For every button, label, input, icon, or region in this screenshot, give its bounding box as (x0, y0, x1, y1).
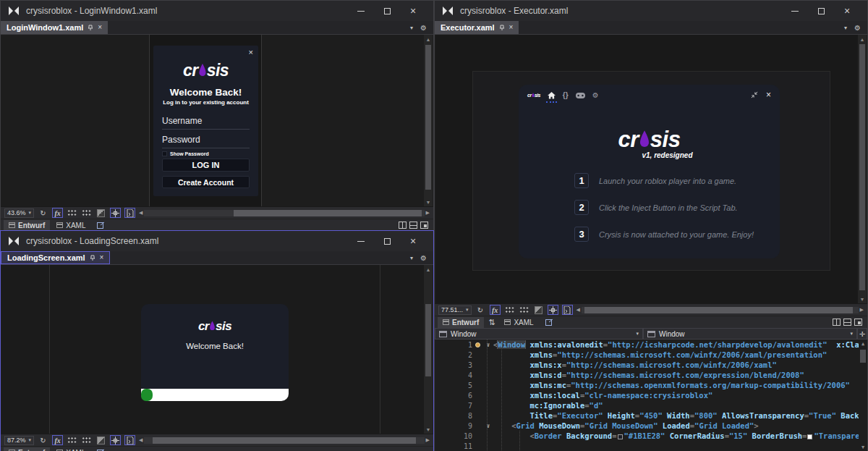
xaml-code-editor[interactable]: 1∨<Window xmlns:avalonedit="http://icsha… (435, 340, 867, 451)
tab-xaml-view[interactable]: XAML (51, 220, 90, 231)
tab-list-chevron-icon[interactable]: ▾ (410, 255, 413, 261)
artboard-background-button[interactable] (95, 435, 106, 445)
code-line[interactable]: 9∨<Grid MouseDown="Grid_MouseDown" Loade… (435, 421, 867, 431)
close-button[interactable]: × (834, 1, 860, 21)
horizontal-split-icon[interactable] (409, 222, 417, 229)
project-code-toggle-button[interactable] (124, 208, 135, 218)
snaplines-toggle-button[interactable] (548, 305, 558, 315)
tab-list-chevron-icon[interactable]: ▾ (844, 25, 847, 31)
tab-design-view[interactable]: Entwurf (4, 220, 50, 231)
snaplines-toggle-button[interactable] (110, 435, 121, 445)
pin-icon[interactable] (88, 25, 93, 31)
gear-icon[interactable]: ⚙ (854, 24, 861, 32)
snap-grid-button[interactable] (519, 305, 529, 315)
tab-list-chevron-icon[interactable]: ▾ (410, 25, 413, 31)
breadcrumb-design-element[interactable]: Window ▾ (435, 328, 643, 340)
scroll-right-icon[interactable]: ▶ (860, 307, 864, 313)
tab-close-icon[interactable]: × (509, 24, 514, 31)
project-code-toggle-button[interactable] (124, 435, 135, 445)
pin-icon[interactable] (499, 25, 505, 31)
scroll-left-icon[interactable]: ◀ (576, 307, 580, 313)
scroll-down-icon[interactable]: ▼ (426, 425, 431, 434)
project-code-toggle-button[interactable] (562, 305, 573, 315)
scroll-down-icon[interactable]: ▼ (426, 198, 431, 206)
gear-icon[interactable]: ⚙ (420, 24, 427, 32)
tab-design-view[interactable]: Entwurf (4, 447, 50, 451)
titlebar[interactable]: crysisroblox - Executor.xaml × (435, 1, 867, 21)
minimize-button[interactable] (782, 1, 808, 21)
breadcrumb-xaml-element[interactable]: Window ▾ (643, 328, 857, 340)
popout-editor-button[interactable] (92, 220, 110, 231)
zoom-select[interactable]: 87.2%▾ (4, 436, 34, 445)
design-horizontal-scrollbar[interactable]: ◀ ▶ (139, 208, 430, 218)
tab-close-icon[interactable]: × (100, 254, 104, 261)
zoom-select[interactable]: 77.51...▾ (438, 305, 472, 315)
tab-xaml-view[interactable]: XAML (51, 447, 90, 451)
code-line[interactable]: 2xmlns="http://schemas.microsoft.com/win… (435, 350, 867, 360)
maximize-button[interactable] (374, 232, 400, 251)
scroll-right-icon[interactable]: ▶ (426, 210, 430, 216)
scroll-up-icon[interactable]: ▲ (860, 35, 865, 43)
refresh-button[interactable]: ↻ (38, 435, 48, 445)
popout-editor-button[interactable] (540, 317, 558, 328)
design-vertical-scrollbar[interactable]: ▲ ▼ (424, 35, 433, 206)
artboard-background-button[interactable] (533, 305, 544, 315)
design-surface[interactable]: cr sis {} ⚙ × cr sis (435, 35, 867, 303)
scroll-up-icon[interactable]: ▲ (426, 35, 431, 43)
scroll-down-icon[interactable]: ▼ (861, 443, 864, 451)
gear-icon[interactable]: ⚙ (420, 254, 427, 262)
maximize-button[interactable] (374, 1, 400, 21)
tab-loginwindow1[interactable]: LoginWindow1.xaml × (1, 21, 108, 34)
tab-executor[interactable]: Executor.xaml × (435, 21, 519, 34)
code-vertical-scrollbar[interactable]: ▲ ▼ (859, 340, 867, 451)
show-grid-button[interactable] (67, 208, 77, 218)
design-surface[interactable]: × cr sis Welcome Back! Log in to your ex… (1, 35, 433, 206)
design-horizontal-scrollbar[interactable]: ◀ ▶ (139, 436, 430, 445)
code-line[interactable]: 8Title="Executor" Height="450" Width="80… (435, 410, 867, 421)
snap-grid-button[interactable] (81, 435, 92, 445)
swap-panes-icon[interactable]: ⇅ (485, 318, 498, 327)
tab-design-view[interactable]: Entwurf (438, 317, 484, 328)
popout-editor-button[interactable] (92, 447, 110, 451)
design-surface[interactable]: cr sis Welcome Back! ▲ ▼ (1, 265, 433, 434)
close-button[interactable]: × (400, 1, 426, 21)
pin-icon[interactable] (90, 255, 95, 261)
effects-toggle-button[interactable]: fx (490, 305, 501, 315)
snap-grid-button[interactable] (81, 208, 92, 218)
close-button[interactable]: × (400, 232, 426, 251)
fold-chevron-icon[interactable]: ∨ (483, 342, 493, 348)
snaplines-toggle-button[interactable] (110, 208, 121, 218)
code-line[interactable]: 6xmlns:local="clr-namespace:crysisroblox… (435, 390, 867, 400)
scroll-right-icon[interactable]: ▶ (426, 437, 430, 443)
effects-toggle-button[interactable]: fx (52, 208, 63, 218)
tab-xaml-view[interactable]: XAML (499, 317, 538, 328)
lightbulb-icon[interactable] (475, 342, 480, 347)
show-grid-button[interactable] (67, 435, 77, 445)
design-horizontal-scrollbar[interactable]: ◀ ▶ (576, 305, 864, 315)
sync-selection-icon[interactable]: ✛ (857, 328, 867, 340)
titlebar[interactable]: crysisroblox - LoginWindow1.xaml × (1, 1, 433, 21)
code-line[interactable]: 4xmlns:d="http://schemas.microsoft.com/e… (435, 370, 867, 380)
design-vertical-scrollbar[interactable]: ▲ ▼ (858, 35, 867, 303)
refresh-button[interactable]: ↻ (38, 208, 48, 218)
horizontal-split-icon[interactable] (843, 319, 851, 326)
code-line[interactable]: 10<Border Background="#1B1E28" CornerRad… (435, 431, 867, 441)
maximize-button[interactable] (808, 1, 834, 21)
vertical-split-icon[interactable] (399, 222, 407, 229)
minimize-button[interactable] (348, 232, 374, 251)
scroll-left-icon[interactable]: ◀ (139, 437, 142, 443)
collapse-pane-icon[interactable] (420, 222, 428, 229)
refresh-button[interactable]: ↻ (475, 305, 486, 315)
artboard-background-button[interactable] (95, 208, 106, 218)
titlebar[interactable]: crysisroblox - LoadingScreen.xaml × (1, 231, 433, 251)
show-grid-button[interactable] (504, 305, 515, 315)
collapse-pane-icon[interactable] (854, 319, 862, 326)
minimize-button[interactable] (348, 1, 374, 21)
effects-toggle-button[interactable]: fx (52, 435, 63, 445)
code-line[interactable]: 1∨<Window xmlns:avalonedit="http://icsha… (435, 340, 867, 350)
code-line[interactable]: 5xmlns:mc="http://schemas.openxmlformats… (435, 380, 867, 390)
tab-loadingscreen[interactable]: LoadingScreen.xaml × (1, 251, 110, 264)
code-line[interactable]: 7mc:Ignorable="d" (435, 400, 867, 410)
fold-chevron-icon[interactable]: ∨ (483, 423, 493, 429)
code-line[interactable]: 11 (435, 441, 867, 451)
